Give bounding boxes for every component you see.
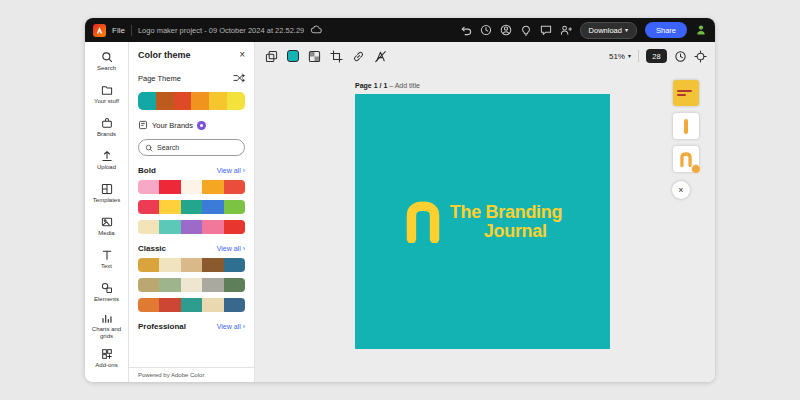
palette-color [138,220,159,234]
palette-color [159,298,180,312]
palette-row[interactable] [138,278,245,292]
close-panel-icon[interactable]: × [239,50,245,60]
chart-icon [101,312,113,324]
sidebar-item-templates[interactable]: Templates [85,177,129,210]
your-brands-label: Your Brands [152,121,193,130]
color-search-input[interactable]: Search [138,139,245,156]
sidebar-item-charts-and-grids[interactable]: Charts and grids [85,309,129,342]
top-bar: File Logo maker project - 09 October 202… [85,18,715,42]
link-icon[interactable] [352,50,365,63]
text-icon [101,249,113,261]
undo-icon[interactable] [460,24,472,36]
sidebar-item-your-stuff[interactable]: Your stuff [85,78,129,111]
palette-color [138,298,159,312]
thumbnail-page[interactable] [673,80,699,106]
palette-color [224,298,245,312]
theme-color[interactable] [174,92,192,110]
timer-badge[interactable]: 28 [646,49,667,63]
palette-color [181,278,202,292]
palette-color [202,298,223,312]
locate-icon[interactable] [694,50,707,63]
sidebar-item-search[interactable]: Search [85,45,129,78]
page-canvas[interactable]: The Branding Journal [355,94,610,349]
share-button[interactable]: Share [645,22,687,38]
sidebar-item-brands[interactable]: Brands [85,111,129,144]
shuffle-icon[interactable] [233,69,245,87]
palette-color [181,180,202,194]
thumb-text-line [677,94,686,96]
thumbnail-bar-asset[interactable] [673,113,699,139]
logo-glyph-icon [679,152,693,167]
download-button[interactable]: Download▾ [580,22,637,39]
theme-color[interactable] [227,92,245,110]
invite-person-icon[interactable] [560,24,572,36]
green-avatar-icon[interactable] [695,24,707,36]
palette-sections: BoldView all ›ClassicView all ›Professio… [138,166,245,331]
sidebar-item-media[interactable]: Media [85,210,129,243]
your-brands-row[interactable]: Your Brands [138,120,245,130]
crop-icon[interactable] [330,50,343,63]
logo[interactable]: The Branding Journal [403,201,562,243]
sidebar-item-upload[interactable]: Upload [85,144,129,177]
view-all-link[interactable]: View all › [217,323,245,330]
palette-color [138,200,159,214]
palette-section: BoldView all › [138,166,245,234]
palette-row[interactable] [138,180,245,194]
history-icon[interactable] [480,24,492,36]
thumb-text-line [677,90,692,92]
main-area: Search Your stuff Brands Upload Template… [85,42,715,382]
theme-color[interactable] [209,92,227,110]
view-all-link[interactable]: View all › [217,167,245,174]
sidebar-item-elements[interactable]: Elements [85,276,129,309]
palette-row[interactable] [138,220,245,234]
project-title[interactable]: Logo maker project - 09 October 2024 at … [138,26,304,35]
canvas-color-swatch[interactable] [287,50,299,62]
palette-row[interactable] [138,258,245,272]
logo-glyph-icon [403,201,443,243]
upload-icon [101,150,113,162]
lightbulb-icon[interactable] [520,24,532,36]
theme-color[interactable] [191,92,209,110]
theme-color[interactable] [138,92,156,110]
zoom-select[interactable]: 51%▾ [609,52,631,61]
sidebar-item-text[interactable]: Text [85,243,129,276]
canvas-toolbar: 51%▾ 28 [265,47,707,65]
search-icon [145,144,153,152]
palette-section: ProfessionalView all › [138,322,245,331]
file-menu[interactable]: File [112,26,125,35]
thumbnail-logo-asset[interactable] [673,146,699,172]
palette-color [181,258,202,272]
palette-color [224,200,245,214]
clear-format-icon[interactable] [374,50,387,63]
account-avatar-icon[interactable] [500,24,512,36]
palette-row[interactable] [138,298,245,312]
view-all-link[interactable]: View all › [217,245,245,252]
search-icon [101,51,113,63]
close-float-button[interactable]: × [672,181,690,199]
theme-color[interactable] [156,92,174,110]
shapes-icon [101,282,113,294]
clock-icon[interactable] [674,50,687,63]
briefcase-icon [101,117,113,129]
palette-color [181,220,202,234]
adobe-express-logo-icon[interactable] [93,24,106,37]
sidebar-item-add-ons[interactable]: Add-ons [85,342,129,375]
palette-color [159,258,180,272]
transparency-icon[interactable] [308,50,321,63]
divider [638,50,639,62]
chevron-down-icon: ▾ [628,53,631,59]
comment-icon[interactable] [540,24,552,36]
panel-title: Color theme [138,50,191,60]
palette-color [159,200,180,214]
palette-row[interactable] [138,200,245,214]
notification-dot [691,164,701,174]
palette-color [224,220,245,234]
palette-color [202,180,223,194]
bar-shape [684,119,688,134]
page-label[interactable]: Page 1 / 1 – Add title [355,82,420,89]
pages-icon[interactable] [265,50,278,63]
section-title: Professional [138,322,186,331]
search-placeholder: Search [157,144,179,151]
palette-color [202,220,223,234]
page-theme-strip[interactable] [138,92,245,110]
